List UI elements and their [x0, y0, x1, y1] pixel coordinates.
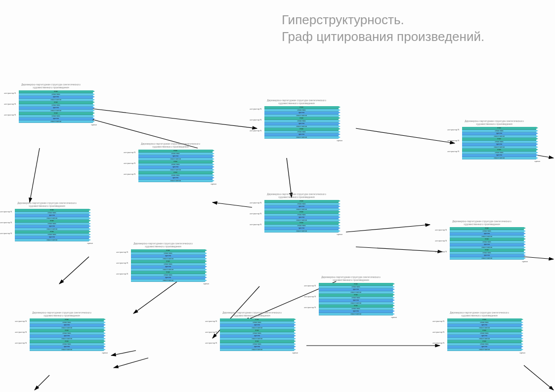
- track: языксемантикачувствосмысл жизни: [131, 260, 205, 269]
- row-arrow-icon: [339, 133, 341, 135]
- row-arrow-icon: [339, 120, 341, 122]
- track-group: экстрактор Nязыксемантикачувствосмысл жи…: [30, 340, 109, 349]
- track-label: экстрактор N: [205, 320, 217, 322]
- row-arrow-icon: [93, 101, 95, 103]
- work-node: Дирижерско-партитурная структура синтети…: [15, 311, 109, 351]
- work-node: Дирижерско-партитурная структура синтети…: [250, 99, 343, 139]
- track-group: экстрактор Nязыксемантикачувствосмысл жи…: [450, 238, 529, 247]
- track-label: экстрактор N: [304, 306, 316, 309]
- track: языксемантикачувствосмысл жизни: [15, 231, 89, 239]
- track-label: экстрактор N: [205, 331, 217, 333]
- row-arrow-icon: [524, 235, 526, 237]
- row-arrow-icon: [521, 321, 523, 323]
- track: языксемантикачувствосмысл жизни: [19, 112, 93, 121]
- track-group: экстрактор Nязыксемантикачувствосмысл жи…: [220, 318, 299, 327]
- work-node: Дирижерско-партитурная структура синтети…: [0, 201, 94, 241]
- track-group: экстрактор Nязыксемантикачувствосмысл жи…: [220, 329, 299, 338]
- citation-edge: [30, 148, 40, 202]
- row-arrow-icon: [104, 327, 106, 329]
- row-arrow-icon: [339, 216, 341, 218]
- row-arrow-icon: [521, 349, 523, 351]
- row-arrow-icon: [93, 99, 95, 101]
- row-arrow-icon: [205, 279, 207, 281]
- track: языксемантикачувствосмысл жизни: [138, 171, 213, 180]
- track-group: экстрактор Nязыксемантикачувствосмысл жи…: [19, 101, 98, 110]
- track-group: экстрактор Nязыксемантикачувствосмысл жи…: [319, 305, 398, 314]
- row-arrow-icon: [393, 294, 395, 296]
- track: языксемантикачувствосмысл жизни: [220, 318, 294, 327]
- track-label: экстрактор N: [0, 221, 12, 224]
- row-arrow-icon: [339, 106, 341, 108]
- row-arrow-icon: [89, 234, 91, 235]
- node-caption: Дирижерско-партитурная структура синтети…: [133, 242, 193, 248]
- work-node: Дирижерско-партитурная структура синтети…: [435, 220, 529, 260]
- row-arrow-icon: [339, 219, 341, 221]
- row-arrow-icon: [93, 112, 95, 114]
- track: языксемантикачувствосмысл жизни: [15, 209, 89, 218]
- track-label: экстрактор N: [447, 128, 459, 131]
- track-label: экстрактор N: [250, 129, 261, 132]
- track-group: экстрактор Nязыксемантикачувствосмысл жи…: [450, 227, 529, 236]
- row-arrow-icon: [93, 118, 95, 119]
- row-arrow-icon: [89, 220, 91, 222]
- track-group: экстрактор Nязыксемантикачувствосмысл жи…: [30, 318, 109, 327]
- track-label: экстрактор N: [250, 108, 261, 110]
- row-arrow-icon: [104, 338, 106, 340]
- work-node: Дирижерско-партитурная структура синтети…: [250, 193, 343, 233]
- row-arrow-icon: [521, 340, 523, 342]
- track: языксемантикачувствосмысл жизни: [19, 101, 93, 110]
- track-label: экстрактор N: [15, 320, 27, 322]
- track-group: экстрактор Nязыксемантикачувствосмысл жи…: [264, 128, 343, 137]
- row-arrow-icon: [536, 135, 538, 137]
- row-arrow-icon: [205, 260, 207, 262]
- row-arrow-icon: [213, 174, 214, 176]
- track: языксемантикачувствосмысл жизни: [131, 271, 205, 280]
- row-arrow-icon: [524, 238, 526, 240]
- track-group: экстрактор Nязыксемантикачувствосмысл жи…: [264, 211, 343, 220]
- row-arrow-icon: [213, 171, 214, 173]
- track-group: экстрактор Nязыксемантикачувствосмысл жи…: [462, 127, 541, 136]
- row-arrow-icon: [294, 340, 296, 342]
- node-caption: Дирижерско-партитурная структура синтети…: [452, 220, 512, 226]
- row-arrow-icon: [93, 96, 95, 98]
- row-arrow-icon: [89, 212, 91, 214]
- row-arrow-icon: [524, 227, 526, 229]
- node-caption: Дирижерско-партитурная структура синтети…: [141, 142, 200, 148]
- title-line-1: Гиперструктурность.: [282, 12, 484, 29]
- track-label: экстрактор N: [250, 223, 261, 226]
- track-group: экстрактор Nязыксемантикачувствосмысл жи…: [447, 329, 526, 338]
- track-label: экстрактор N: [4, 103, 16, 105]
- row-arrow-icon: [339, 112, 341, 114]
- row-arrow-icon: [521, 327, 523, 329]
- row-arrow-icon: [521, 338, 523, 340]
- row-arrow-icon: [104, 324, 106, 326]
- row-arrow-icon: [339, 200, 341, 202]
- work-node: Дирижерско-партитурная структура синтети…: [116, 242, 210, 282]
- row-arrow-icon: [393, 283, 395, 285]
- citation-edge: [287, 158, 292, 197]
- node-caption: Дирижерско-партитурная структура синтети…: [465, 119, 524, 125]
- row-arrow-icon: [536, 132, 538, 134]
- track-label: экстрактор N: [435, 239, 447, 242]
- track-label: экстрактор N: [435, 250, 447, 253]
- track: языксемантикачувствосмысл жизни: [131, 249, 205, 258]
- row-arrow-icon: [213, 169, 214, 171]
- row-arrow-icon: [393, 310, 395, 312]
- row-arrow-icon: [104, 335, 106, 337]
- track: языксемантикачувствосмысл жизни: [319, 283, 393, 292]
- row-arrow-icon: [93, 110, 95, 112]
- track-group: экстрактор Nязыксемантикачувствосмысл жи…: [30, 329, 109, 338]
- track-group: экстрактор Nязыксемантикачувствосмысл жи…: [131, 271, 210, 280]
- track-group: экстрактор Nязыксемантикачувствосмысл жи…: [138, 160, 217, 169]
- row-arrow-icon: [393, 299, 395, 301]
- diagram-title: Гиперструктурность. Граф цитирования про…: [282, 12, 484, 45]
- row-arrow-icon: [89, 223, 91, 225]
- row-arrow-icon: [205, 252, 207, 254]
- row-arrow-icon: [93, 120, 95, 122]
- row-arrow-icon: [393, 288, 395, 290]
- track: языксемантикачувствосмысл жизни: [264, 211, 339, 220]
- track-row: смысл жизни: [131, 279, 205, 282]
- row-arrow-icon: [339, 115, 341, 117]
- row-arrow-icon: [205, 274, 207, 276]
- row-arrow-icon: [521, 332, 523, 334]
